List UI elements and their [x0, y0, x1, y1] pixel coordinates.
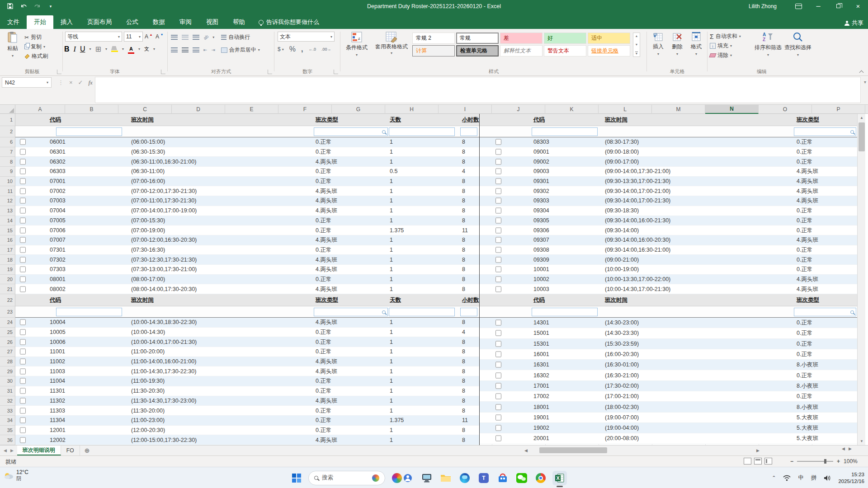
collapse-ribbon-icon[interactable]: [860, 69, 864, 74]
paste-button[interactable]: 粘贴▾: [4, 32, 22, 58]
style-chip-normal2[interactable]: 常规 2: [412, 33, 455, 44]
taskbar-search[interactable]: 搜索: [308, 471, 385, 485]
column-header-N[interactable]: N: [705, 105, 759, 114]
column-header-M[interactable]: M: [652, 105, 705, 114]
conditional-formatting-button[interactable]: ≠ 条件格式▾: [343, 32, 371, 57]
row-checkbox[interactable]: [20, 359, 26, 365]
sheet-tab-班次明细说明[interactable]: 班次明细说明: [17, 446, 61, 455]
find-select-button[interactable]: 查找和选择▾: [784, 32, 812, 57]
clipboard-dialog-launcher[interactable]: [57, 70, 61, 74]
row-checkbox[interactable]: [495, 362, 501, 368]
borders-button[interactable]: ⊞: [95, 45, 101, 53]
ribbon-tab-公式[interactable]: 公式: [119, 15, 146, 29]
cancel-entry-icon[interactable]: ×: [69, 79, 73, 86]
row-checkbox[interactable]: [20, 319, 26, 325]
filter-input[interactable]: [314, 308, 388, 316]
row-header-12[interactable]: 12: [0, 196, 15, 206]
style-chip-check[interactable]: 检查单元格: [456, 45, 499, 56]
ribbon-tab-开始[interactable]: 开始: [27, 15, 53, 29]
row-header-23[interactable]: 23: [0, 306, 15, 318]
taskbar-wechat[interactable]: [514, 471, 529, 485]
format-painter-button[interactable]: 格式刷: [24, 52, 48, 61]
row-header-16[interactable]: 16: [0, 235, 15, 245]
row-checkbox[interactable]: [20, 208, 26, 214]
gallery-more-icon[interactable]: ▼: [635, 52, 638, 55]
row-checkbox[interactable]: [495, 320, 501, 326]
scroll-right-icon[interactable]: ▶: [756, 448, 760, 453]
row-header-13[interactable]: 13: [0, 206, 15, 216]
row-checkbox[interactable]: [20, 398, 26, 404]
row-checkbox[interactable]: [20, 237, 26, 243]
filter-input[interactable]: [389, 127, 455, 136]
column-header-E[interactable]: E: [225, 105, 278, 114]
row-checkbox[interactable]: [495, 237, 501, 243]
align-bottom-icon[interactable]: [193, 35, 199, 40]
name-box[interactable]: N42▾: [2, 77, 52, 88]
number-format-select[interactable]: 文本▾: [278, 32, 335, 42]
row-checkbox[interactable]: [495, 217, 501, 223]
shrink-font-button[interactable]: A▾: [156, 32, 163, 41]
row-checkbox[interactable]: [495, 149, 501, 155]
confirm-entry-icon[interactable]: ✓: [78, 79, 83, 86]
row-header-15[interactable]: 15: [0, 225, 15, 235]
style-chip-normal[interactable]: 常规: [456, 33, 499, 44]
gallery-up-icon[interactable]: ▲: [635, 34, 638, 38]
filter-input[interactable]: [532, 308, 598, 316]
row-checkbox[interactable]: [495, 188, 501, 194]
ime-mode-indicator[interactable]: 拼: [811, 474, 817, 482]
increase-decimal-icon[interactable]: ←.0: [308, 47, 316, 52]
row-checkbox[interactable]: [495, 286, 501, 292]
align-center-icon[interactable]: [182, 47, 189, 52]
taskbar-excel[interactable]: X: [552, 471, 567, 485]
ribbon-display-options-button[interactable]: [788, 0, 808, 12]
row-checkbox[interactable]: [495, 404, 501, 410]
ribbon-tab-视图[interactable]: 视图: [199, 15, 226, 29]
format-as-table-button[interactable]: 套用表格格式▾: [374, 32, 409, 55]
row-checkbox[interactable]: [495, 267, 501, 272]
horizontal-scrollbar[interactable]: ◀ ▶: [524, 446, 760, 454]
column-header-I[interactable]: I: [439, 105, 492, 114]
page-break-view-icon[interactable]: [764, 458, 772, 465]
row-header-9[interactable]: 9: [0, 167, 15, 177]
font-size-select[interactable]: 11▾: [124, 32, 143, 42]
scroll-up-icon[interactable]: ▲: [858, 114, 866, 122]
ime-language-indicator[interactable]: 中: [798, 474, 804, 482]
row-checkbox[interactable]: [20, 388, 26, 394]
taskbar-file-explorer[interactable]: [439, 471, 453, 485]
comma-style-icon[interactable]: ,: [301, 45, 303, 53]
row-checkbox[interactable]: [20, 227, 26, 233]
row-header-24[interactable]: 24: [0, 318, 15, 328]
align-middle-icon[interactable]: [182, 35, 189, 40]
customize-qat-icon[interactable]: ▾: [47, 3, 54, 10]
row-header-30[interactable]: 30: [0, 376, 15, 386]
style-chip-explain[interactable]: 解释性文本: [500, 45, 542, 56]
row-checkbox[interactable]: [20, 149, 26, 155]
tell-me-box[interactable]: 告诉我你想要做什么: [259, 15, 319, 29]
column-header-A[interactable]: A: [15, 105, 65, 114]
taskbar-app-contact[interactable]: [401, 471, 415, 485]
row-checkbox[interactable]: [20, 349, 26, 355]
row-checkbox[interactable]: [495, 414, 501, 420]
vertical-scroll-thumb[interactable]: [859, 122, 865, 151]
zoom-slider[interactable]: [797, 461, 833, 462]
minimize-button[interactable]: ─: [808, 0, 828, 12]
row-header-29[interactable]: 29: [0, 366, 15, 376]
ribbon-tab-帮助[interactable]: 帮助: [226, 15, 252, 29]
row-checkbox[interactable]: [495, 139, 501, 145]
row-header-20[interactable]: 20: [0, 275, 15, 285]
row-header-8[interactable]: 8: [0, 157, 15, 167]
taskbar-teams[interactable]: T: [476, 471, 491, 485]
row-checkbox[interactable]: [495, 178, 501, 184]
column-header-H[interactable]: H: [385, 105, 439, 114]
decrease-decimal-icon[interactable]: .00→: [321, 47, 331, 52]
filter-input[interactable]: [460, 308, 477, 316]
row-header-18[interactable]: 18: [0, 255, 15, 265]
select-all-corner[interactable]: [0, 105, 15, 114]
column-header-L[interactable]: L: [599, 105, 652, 114]
close-button[interactable]: ×: [848, 0, 868, 12]
ribbon-tab-文件[interactable]: 文件: [0, 15, 27, 29]
column-header-C[interactable]: C: [118, 105, 172, 114]
row-checkbox[interactable]: [20, 286, 26, 292]
filter-input[interactable]: [56, 308, 122, 316]
horizontal-scroll-thumb[interactable]: [539, 447, 607, 453]
